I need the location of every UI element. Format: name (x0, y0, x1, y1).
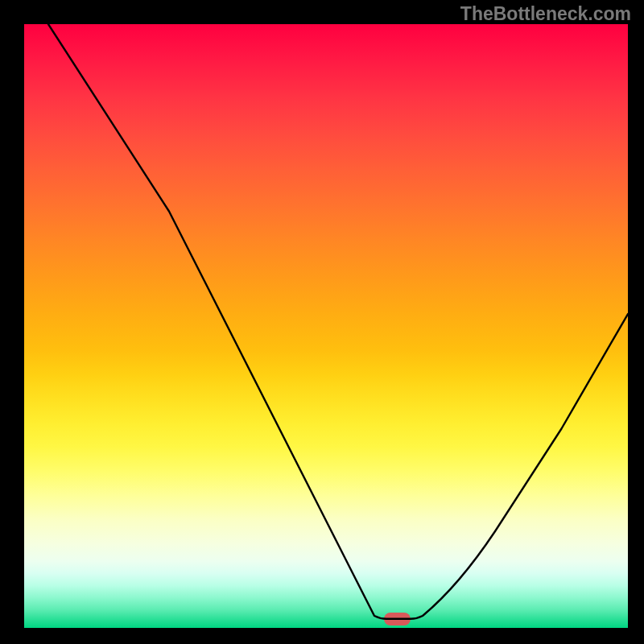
watermark-text: TheBottleneck.com (460, 3, 631, 25)
chart-frame: TheBottleneck.com (0, 0, 644, 644)
plot-area (24, 24, 628, 628)
bottleneck-curve (24, 24, 628, 628)
curve-path (48, 24, 628, 619)
